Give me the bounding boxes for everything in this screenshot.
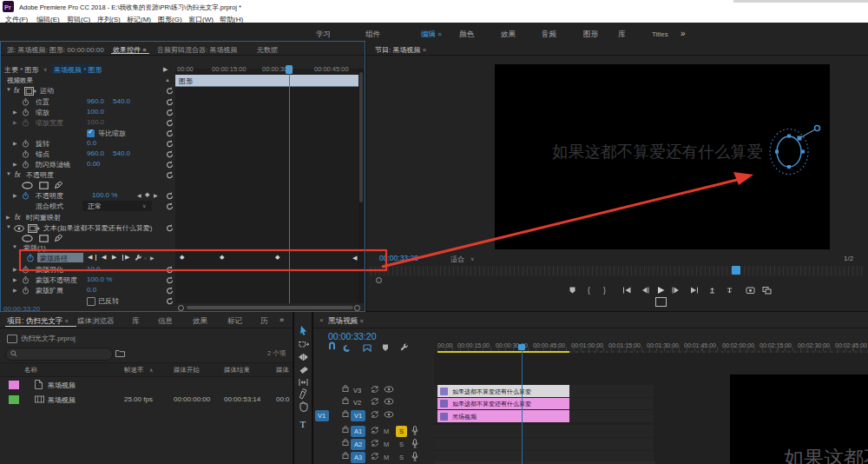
svg-text:T: T <box>300 419 306 429</box>
svg-text:{: { <box>588 286 590 295</box>
svg-text:}: } <box>603 286 606 295</box>
